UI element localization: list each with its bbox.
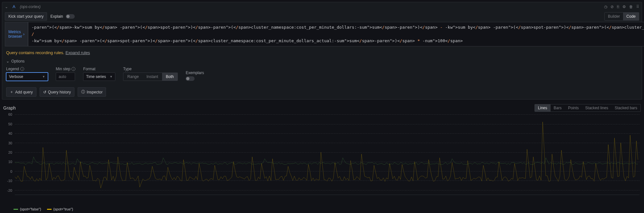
kickstart-button[interactable]: Kick start your query (5, 12, 47, 21)
type-range[interactable]: Range (123, 73, 142, 81)
chevron-down-icon: ⌄ (6, 59, 9, 63)
mode-builder[interactable]: Builder (605, 13, 623, 20)
inspector-button[interactable]: ⓘInspector (78, 87, 106, 97)
graphmode-points[interactable]: Points (565, 104, 582, 111)
mode-code[interactable]: Code (623, 13, 639, 20)
query-history-button[interactable]: ↺Query history (40, 87, 74, 97)
plus-icon: ＋ (10, 89, 14, 95)
chart-area[interactable]: -20-100102030405060 (5, 114, 639, 205)
legend-label: Legend (6, 67, 19, 71)
history-icon: ↺ (43, 90, 46, 94)
chart-line (15, 122, 638, 188)
exemplars-toggle[interactable] (186, 76, 195, 81)
explain-label: Explain (50, 14, 63, 19)
format-select[interactable]: Time series ▼ (83, 73, 115, 81)
options-toggle[interactable]: ⌄ Options (2, 57, 642, 65)
legend-item[interactable]: {spot="false"} (14, 207, 41, 211)
graph-title: Graph (3, 105, 16, 111)
legend-label: {spot="true"} (53, 207, 73, 211)
query-ref-letter[interactable]: A (11, 4, 17, 10)
grid-line (15, 114, 639, 115)
graphmode-stacked-lines[interactable]: Stacked lines (582, 104, 611, 111)
add-query-button[interactable]: ＋Add query (6, 87, 36, 97)
legend-item[interactable]: {spot="true"} (47, 207, 73, 211)
settings-icon[interactable]: ⚙ (622, 5, 626, 9)
y-tick-label: 40 (8, 131, 12, 135)
expand-rules-link[interactable]: Expand rules (65, 50, 90, 55)
trash-icon[interactable]: 🗑 (629, 5, 633, 9)
format-label: Format (83, 67, 115, 71)
exemplars-label: Exemplars (186, 71, 204, 75)
legend-swatch (14, 209, 18, 210)
chevron-right-icon: › (23, 32, 24, 36)
type-label: Type (123, 67, 178, 71)
y-tick-label: 30 (8, 141, 12, 145)
explain-toggle[interactable] (66, 14, 75, 19)
warning-text: Query contains recording rules. (6, 50, 64, 55)
grid-line (15, 162, 639, 162)
graphmode-lines[interactable]: Lines (535, 104, 551, 111)
collapse-query-icon[interactable]: ⌄ (5, 5, 8, 9)
legend-label: {spot="false"} (20, 207, 41, 211)
datasource-name: (ops-cortex) (20, 5, 41, 9)
graphmode-bars[interactable]: Bars (551, 104, 565, 111)
clock-icon[interactable]: ◷ (604, 5, 607, 9)
y-tick-label: 60 (8, 112, 12, 116)
eye-icon[interactable]: ⊘ (610, 5, 614, 9)
chevron-down-icon: ▼ (110, 75, 112, 78)
legend-select[interactable]: Verbose ▼ (6, 73, 48, 81)
query-editor[interactable]: -paren">(</span>-kw">sum by</span> -pare… (28, 22, 644, 46)
chevron-down-icon: ▼ (42, 75, 45, 78)
y-tick-label: 10 (8, 160, 12, 164)
type-both[interactable]: Both (162, 73, 178, 81)
info-icon[interactable]: i (72, 67, 75, 71)
grid-line (15, 124, 639, 124)
graphmode-stacked-bars[interactable]: Stacked bars (611, 104, 640, 111)
type-buttongroup: Range Instant Both (123, 73, 178, 81)
y-tick-label: -20 (7, 189, 12, 192)
grid-line (15, 133, 639, 134)
type-instant[interactable]: Instant (143, 73, 162, 81)
metrics-browser-button[interactable]: Metrics browser › (5, 22, 28, 46)
grid-line (15, 171, 639, 171)
y-tick-label: 50 (8, 122, 12, 126)
grid-line (15, 143, 639, 143)
minstep-label: Min step (56, 67, 70, 71)
duplicate-icon[interactable]: ⎘ (617, 5, 619, 9)
drag-handle-icon[interactable]: ⠿ (636, 5, 639, 9)
info-icon[interactable]: i (20, 67, 24, 71)
grid-line (15, 152, 639, 153)
legend-swatch (47, 209, 52, 210)
grid-line (15, 180, 639, 181)
y-tick-label: 0 (10, 169, 12, 173)
inspector-icon: ⓘ (81, 89, 85, 95)
y-tick-label: -10 (7, 179, 12, 183)
grid-line (15, 190, 639, 190)
minstep-input[interactable] (56, 73, 75, 81)
y-tick-label: 20 (8, 150, 12, 154)
